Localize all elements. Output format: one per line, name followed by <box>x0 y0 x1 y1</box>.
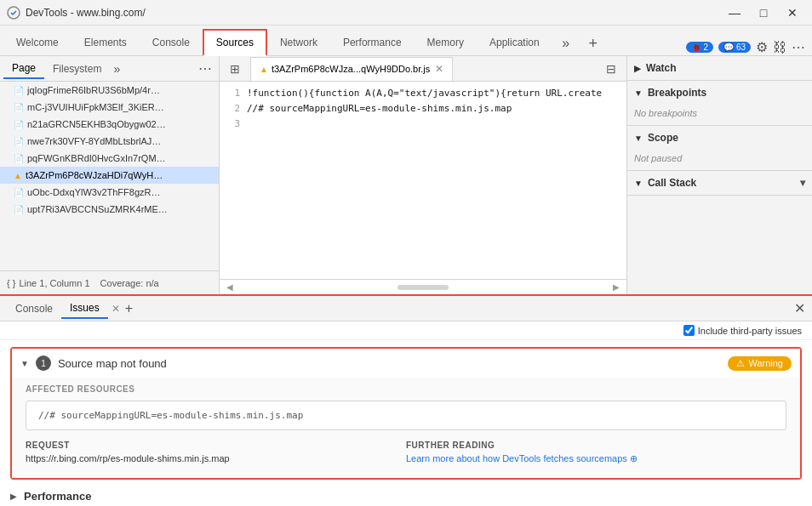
file-icon: 📄 <box>14 120 24 129</box>
editor-status-bar: { } Line 1, Column 1 Coverage: n/a <box>0 270 219 294</box>
right-panel: ▶ Watch ▼ Breakpoints No breakpoints ▼ S… <box>626 56 812 294</box>
bug-notification[interactable]: 🐞 2 <box>686 42 713 53</box>
list-item[interactable]: 📄 uObc-DdxqYlW3v2ThFF8gzR… <box>0 184 219 201</box>
list-item[interactable]: 📄 jqIogFrimeR6IbRU3S6bMp/4r… <box>0 82 219 99</box>
tab-performance[interactable]: Performance <box>330 28 415 55</box>
horizontal-scrollbar[interactable] <box>397 285 449 290</box>
line-code: !function(){function A(A,Q="text/javascr… <box>247 88 602 99</box>
tab-elements[interactable]: Elements <box>71 28 140 55</box>
list-item[interactable]: 📄 n21aGRCN5EKHB3qObygw02… <box>0 116 219 133</box>
settings-icon[interactable]: ⚙ <box>756 39 768 55</box>
breakpoints-section: ▼ Breakpoints No breakpoints <box>627 81 812 126</box>
code-line-2: 2 //# sourceMappingURL=es-module-shims.m… <box>220 100 626 116</box>
tab-welcome[interactable]: Welcome <box>3 28 71 55</box>
issues-tab[interactable]: Issues <box>61 298 108 319</box>
line-number: 1 <box>220 88 247 99</box>
maximize-button[interactable]: □ <box>751 3 776 22</box>
scope-header[interactable]: ▼ Scope <box>627 126 812 150</box>
file-icon: 📄 <box>14 86 24 95</box>
warning-text: Warning <box>748 358 783 368</box>
connect-icon[interactable]: ⛓ <box>773 40 786 55</box>
further-reading-link[interactable]: Learn more about how DevTools fetches so… <box>406 453 786 464</box>
callstack-collapse-arrow: ▼ <box>634 179 643 188</box>
code-scroll-bar[interactable]: ◀ ▶ <box>220 279 626 294</box>
include-third-party-row: Include third-party issues <box>0 321 812 340</box>
include-third-party-checkbox[interactable] <box>683 325 695 336</box>
more-left-tabs-icon[interactable]: » <box>113 62 120 76</box>
list-item[interactable]: 📄 pqFWGnKBRdI0HvcGxIn7rQM… <box>0 150 219 167</box>
list-item[interactable]: 📄 nwe7rk30VFY-8YdMbLtsbrlAJ… <box>0 133 219 150</box>
callstack-section: ▼ Call Stack ▾ <box>627 171 812 196</box>
issues-panel: Include third-party issues ▼ 1 Source ma… <box>0 321 812 506</box>
editor-tab-close-icon[interactable]: ✕ <box>435 63 443 75</box>
scope-content: Not paused <box>627 150 812 170</box>
callstack-header[interactable]: ▼ Call Stack ▾ <box>627 171 812 195</box>
format-icon[interactable]: ⊟ <box>599 57 623 81</box>
warning-tab-icon: ▲ <box>260 65 268 74</box>
list-item-selected[interactable]: ▲ t3AZrPm6P8cWJzaHDi7qWyH… <box>0 167 219 184</box>
breakpoints-content: No breakpoints <box>627 105 812 125</box>
breakpoints-header[interactable]: ▼ Breakpoints <box>627 81 812 105</box>
main-area: Page Filesystem » ⋯ 📄 jqIogFrimeR6IbRU3S… <box>0 56 812 294</box>
left-panel-options-icon[interactable]: ⋯ <box>195 59 215 79</box>
tab-filesystem[interactable]: Filesystem <box>44 60 110 78</box>
close-button[interactable]: ✕ <box>780 3 805 22</box>
include-third-party-label: Include third-party issues <box>698 326 802 336</box>
issue-body: AFFECTED RESOURCES //# sourceMappingURL=… <box>12 378 800 478</box>
watch-collapse-arrow: ▶ <box>634 64 641 73</box>
editor-tabs: ⊞ ▲ t3AZrPm6P8cWJza...qWyH9DDo.br.js ✕ ⊟ <box>220 56 626 82</box>
bottom-tabs-bar: Console Issues ✕ + ✕ <box>0 296 812 321</box>
no-breakpoints-text: No breakpoints <box>634 108 697 118</box>
file-icon: ▲ <box>14 171 22 180</box>
tab-console[interactable]: Console <box>140 28 203 55</box>
code-line-3: 3 <box>220 116 626 131</box>
line-number: 3 <box>220 118 247 129</box>
scroll-right-icon[interactable]: ▶ <box>613 282 620 292</box>
close-bottom-panel-icon[interactable]: ✕ <box>794 300 805 316</box>
callstack-label: Call Stack <box>648 177 696 189</box>
console-tab[interactable]: Console <box>7 299 61 318</box>
tab-sources[interactable]: Sources <box>203 29 267 56</box>
performance-group-header[interactable]: ▶ Performance <box>10 486 802 506</box>
further-reading-label: FURTHER READING <box>406 441 786 450</box>
file-icon: 📄 <box>14 137 24 146</box>
left-tabs: Page Filesystem » ⋯ <box>0 56 219 82</box>
source-map-issue-header[interactable]: ▼ 1 Source map not found ⚠ Warning <box>12 349 800 378</box>
watch-section-header[interactable]: ▶ Watch <box>627 56 812 80</box>
issue-title: Source map not found <box>58 357 729 370</box>
callstack-more-icon[interactable]: ▾ <box>800 177 805 189</box>
request-url: https://r.bing.com/rp/es-module-shims.mi… <box>26 453 406 463</box>
scroll-left-icon[interactable]: ◀ <box>226 282 233 292</box>
devtools-icon <box>7 6 20 20</box>
titlebar: DevTools - www.bing.com/ — □ ✕ <box>0 0 812 26</box>
scope-collapse-arrow: ▼ <box>634 134 643 143</box>
source-code-box: //# sourceMappingURL=es-module-shims.min… <box>26 401 786 430</box>
file-icon: 📄 <box>14 205 24 214</box>
request-section: REQUEST https://r.bing.com/rp/es-module-… <box>26 441 406 464</box>
window-controls: — □ ✕ <box>722 3 805 22</box>
main-tabs-bar: Welcome Elements Console Sources Network… <box>0 26 812 56</box>
file-icon: 📄 <box>14 188 24 197</box>
list-item[interactable]: 📄 mC-j3VUIHUiFpkM3Elf_3KiER… <box>0 99 219 116</box>
breakpoints-collapse-arrow: ▼ <box>634 88 643 98</box>
list-item[interactable]: 📄 upt7Ri3AVBCCNSuZMRK4rME… <box>0 201 219 218</box>
minimize-button[interactable]: — <box>722 3 747 22</box>
affected-resources-label: AFFECTED RESOURCES <box>26 384 786 394</box>
new-tab-icon[interactable]: + <box>581 31 605 55</box>
left-panel: Page Filesystem » ⋯ 📄 jqIogFrimeR6IbRU3S… <box>0 56 220 294</box>
code-area[interactable]: 1 !function(){function A(A,Q="text/javas… <box>220 82 626 279</box>
add-tab-icon[interactable]: + <box>125 301 133 316</box>
file-icon: 📄 <box>14 154 24 163</box>
scope-label: Scope <box>648 132 678 144</box>
more-options-icon[interactable]: ⋯ <box>792 39 805 55</box>
more-tabs-icon[interactable]: » <box>554 31 578 55</box>
editor-tab-active[interactable]: ▲ t3AZrPm6P8cWJza...qWyH9DDo.br.js ✕ <box>250 57 453 81</box>
tab-network[interactable]: Network <box>267 28 330 55</box>
issue-collapse-arrow: ▼ <box>20 359 29 368</box>
message-notification[interactable]: 💬 63 <box>718 42 751 53</box>
back-icon[interactable]: ⊞ <box>223 57 247 81</box>
tab-page[interactable]: Page <box>3 59 44 79</box>
issues-close-icon[interactable]: ✕ <box>112 304 120 314</box>
tab-memory[interactable]: Memory <box>415 28 477 55</box>
tab-application[interactable]: Application <box>477 28 552 55</box>
